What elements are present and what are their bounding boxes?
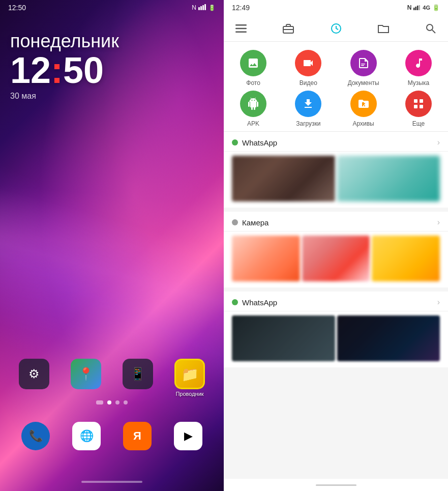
file-section-whatsapp1: WhatsApp › xyxy=(224,132,448,208)
downloads-icon-bg xyxy=(295,91,321,117)
video-icon-bg xyxy=(295,50,321,76)
section-header-camera[interactable]: Камера › xyxy=(224,212,448,232)
svg-rect-5 xyxy=(415,7,417,10)
file-sections: WhatsApp › Камера › xyxy=(224,132,448,479)
svg-rect-17 xyxy=(361,65,364,66)
home-indicator-left xyxy=(81,481,142,483)
file-section-whatsapp2: WhatsApp › xyxy=(224,292,448,367)
whatsapp1-thumb-1[interactable] xyxy=(232,156,335,201)
whatsapp1-thumb-2[interactable] xyxy=(337,156,440,201)
video-label: Видео xyxy=(300,79,317,86)
settings-icon: ⚙ xyxy=(28,367,40,381)
whatsapp2-title: WhatsApp xyxy=(242,298,277,307)
category-apk[interactable]: APK xyxy=(228,91,279,127)
category-music[interactable]: Музыка xyxy=(393,50,444,86)
svg-rect-10 xyxy=(235,31,247,33)
camera-thumb-2[interactable] xyxy=(302,236,370,281)
archives-icon-bg xyxy=(350,91,377,117)
whatsapp2-thumb-1[interactable] xyxy=(232,315,335,361)
app-icon-yandex[interactable]: Я xyxy=(123,422,152,450)
camera-chevron: › xyxy=(437,218,440,227)
lock-date: 30 мая xyxy=(10,92,119,101)
battery-icon-right: 🔋 xyxy=(432,4,440,11)
app-icon-settings[interactable]: ⚙ xyxy=(19,359,49,389)
menu-button[interactable] xyxy=(232,19,250,38)
whatsapp2-chevron: › xyxy=(437,298,440,307)
category-video[interactable]: Видео xyxy=(283,50,334,86)
lock-time: 12:50 xyxy=(10,52,119,89)
clock-button[interactable] xyxy=(327,19,345,38)
explorer-icon: 📁 xyxy=(181,366,199,383)
explorer-label: Проводник xyxy=(175,391,203,397)
app-icon-phone[interactable]: 📱 xyxy=(123,359,153,389)
whatsapp1-thumbnails xyxy=(224,152,448,208)
lock-screen: 12:50 N 🔋 понедельник 12:50 30 мая ⚙ xyxy=(0,0,224,491)
whatsapp2-dot xyxy=(232,299,238,305)
docs-icon xyxy=(358,57,369,69)
category-grid: Фото Видео Документы xyxy=(224,42,448,132)
svg-rect-8 xyxy=(235,24,247,26)
svg-rect-9 xyxy=(235,27,247,29)
battery-icon-left: 🔋 xyxy=(208,5,216,11)
dot-inactive-2 xyxy=(124,400,128,405)
briefcase-button[interactable] xyxy=(279,19,297,38)
briefcase-icon xyxy=(283,23,294,34)
camera-thumb-3[interactable] xyxy=(372,236,440,281)
clock-icon xyxy=(331,23,342,34)
phone-icon-bottom: 📞 xyxy=(29,429,43,443)
bottom-app-row: 📞 🌐 Я ▶ xyxy=(0,422,224,450)
more-label: Еще xyxy=(412,120,425,127)
section-title-row-whatsapp2: WhatsApp xyxy=(232,298,277,307)
camera-thumb-1[interactable] xyxy=(232,236,300,281)
photo-icon xyxy=(247,57,259,69)
status-time-left: 12:50 xyxy=(8,4,26,12)
camera-thumbnails xyxy=(224,232,448,287)
video-icon xyxy=(302,57,314,69)
svg-rect-6 xyxy=(417,6,419,10)
app-icon-explorer[interactable]: 📁 Проводник xyxy=(174,359,205,389)
whatsapp2-thumb-2[interactable] xyxy=(337,315,440,361)
search-button[interactable] xyxy=(422,19,440,38)
downloads-icon xyxy=(302,98,314,110)
app-icon-playstore[interactable]: ▶ xyxy=(174,422,202,450)
whatsapp1-chevron: › xyxy=(437,138,440,147)
folder-button[interactable] xyxy=(374,19,393,38)
music-icon-bg xyxy=(405,50,432,76)
svg-rect-2 xyxy=(202,5,204,10)
svg-rect-20 xyxy=(414,105,417,108)
app-icon-browser[interactable]: 🌐 xyxy=(72,422,101,450)
4g-badge-right: 4G xyxy=(423,5,430,11)
phone-icon-mid: 📱 xyxy=(130,367,145,381)
app-icon-phone-bottom[interactable]: 📞 xyxy=(21,422,50,450)
time-hours: 12 xyxy=(10,50,51,91)
search-icon xyxy=(426,23,436,34)
signal-icon-left xyxy=(198,4,206,11)
section-header-whatsapp2[interactable]: WhatsApp › xyxy=(224,292,448,311)
whatsapp1-dot xyxy=(232,139,238,146)
app-icon-maps[interactable]: 📍 xyxy=(71,359,101,389)
svg-rect-1 xyxy=(200,6,202,10)
more-icon-bg xyxy=(405,91,432,117)
nfc-icon-right: N xyxy=(407,4,412,11)
status-bar-left: 12:50 N 🔋 xyxy=(0,0,224,15)
app-icons-row: ⚙ 📍 📱 📁 Проводник xyxy=(0,359,224,389)
more-grid-icon xyxy=(412,98,425,110)
music-label: Музыка xyxy=(408,79,429,86)
folder-icon xyxy=(378,24,389,33)
time-colon: : xyxy=(51,50,63,91)
category-more[interactable]: Еще xyxy=(393,91,444,127)
category-downloads[interactable]: Загрузки xyxy=(283,91,334,127)
lock-screen-content: понедельник 12:50 30 мая xyxy=(10,31,119,101)
downloads-label: Загрузки xyxy=(296,120,320,127)
svg-rect-4 xyxy=(413,8,415,10)
apk-icon xyxy=(247,98,259,110)
section-header-whatsapp1[interactable]: WhatsApp › xyxy=(224,132,448,152)
status-icons-right: N 4G 🔋 xyxy=(407,4,440,11)
category-photo[interactable]: Фото xyxy=(228,50,279,86)
photo-icon-bg xyxy=(240,50,266,76)
svg-rect-7 xyxy=(419,5,421,10)
file-manager: 12:49 N 4G 🔋 xyxy=(224,0,448,491)
category-docs[interactable]: Документы xyxy=(338,50,389,86)
category-archives[interactable]: Архивы xyxy=(338,91,389,127)
svg-rect-18 xyxy=(414,99,417,103)
